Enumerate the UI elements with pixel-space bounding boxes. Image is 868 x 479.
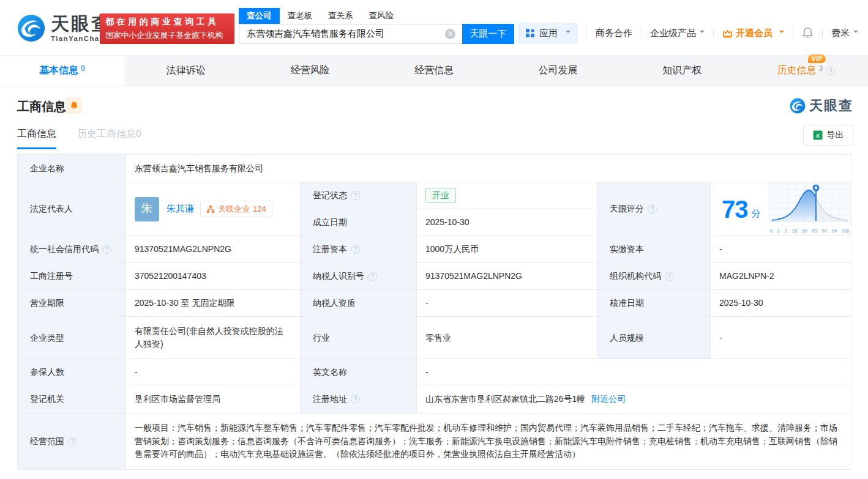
apps-label: 应用 xyxy=(539,28,558,39)
vip-badge: VIP xyxy=(808,54,826,63)
promo-line2: 国家中小企业发展子基金旗下机构 xyxy=(105,30,229,41)
field-label-staff-size: 人员规模 xyxy=(597,317,711,359)
promo-banner: 都在用的商业查询工具 国家中小企业发展子基金旗下机构 xyxy=(100,13,234,44)
tab-history-info[interactable]: 历史信息 VIP 3 xyxy=(744,56,868,86)
search-tab-risk[interactable]: 查风险 xyxy=(361,8,402,24)
subtab-business-info[interactable]: 工商信息 xyxy=(17,128,56,149)
search-input[interactable] xyxy=(239,24,462,44)
search-tab-boss[interactable]: 查老板 xyxy=(280,8,321,24)
notification-bell-icon[interactable] xyxy=(802,27,814,39)
field-label-registration-authority: 登记机关 xyxy=(18,385,126,414)
apps-menu[interactable]: 应用 xyxy=(518,23,578,44)
tab-basic-info[interactable]: 基本信息 9 xyxy=(0,56,124,86)
help-icon[interactable] xyxy=(102,245,111,254)
monitor-bell-icon xyxy=(70,101,78,110)
monitor-bell-button[interactable] xyxy=(65,97,82,114)
field-label-english-name: 英文名称 xyxy=(301,359,417,385)
field-value-company-name: 东营领吉鑫汽车销售服务有限公司 xyxy=(126,155,851,182)
legal-rep-name-link[interactable]: 朱其谦 xyxy=(166,202,194,216)
export-button[interactable]: X 导出 xyxy=(803,125,853,146)
excel-icon: X xyxy=(813,130,823,140)
tab-intellectual-property[interactable]: 知识产权 xyxy=(620,56,744,86)
field-label-approval-date: 核准日期 xyxy=(597,290,711,317)
field-value-english-name: - xyxy=(417,359,851,385)
user-menu[interactable]: 费米 xyxy=(831,28,858,39)
field-label-business-term: 营业期限 xyxy=(18,290,126,317)
related-companies-badge[interactable]: 关联企业 124 xyxy=(200,201,272,217)
field-value-registration-number: 370521200147403 xyxy=(126,263,301,290)
field-label-business-scope: 经营范围 xyxy=(18,414,126,470)
field-value-business-scope: 一般项目：汽车销售；新能源汽车整车销售；汽车零配件零售；汽车零配件批发；机动车修… xyxy=(126,414,851,470)
help-icon[interactable] xyxy=(665,272,674,281)
search-button[interactable]: 天眼一下 xyxy=(462,24,514,44)
apps-grid-icon xyxy=(525,28,535,38)
help-icon[interactable] xyxy=(351,245,360,254)
username: 费米 xyxy=(831,28,850,39)
chart-x-ticks: 0131550859799100 xyxy=(769,228,850,234)
field-label-taxpayer-id: 纳税人识别号 xyxy=(301,263,417,290)
help-icon[interactable] xyxy=(351,395,360,404)
field-value-legal-representative: 朱 朱其谦 关联企业 124 xyxy=(126,182,301,236)
tab-count: 9 xyxy=(81,64,85,73)
legal-rep-avatar[interactable]: 朱 xyxy=(135,197,159,221)
field-value-approval-date: 2025-10-30 xyxy=(711,290,851,317)
field-label-industry: 行业 xyxy=(301,317,417,359)
field-label-company-type: 企业类型 xyxy=(18,317,126,359)
field-label-tianyan-score: 天眼评分 xyxy=(597,182,711,236)
field-label-registration-number: 工商注册号 xyxy=(18,263,126,290)
watermark-logo-icon xyxy=(790,98,806,114)
company-tabbar: 基本信息 9 法律诉讼 经营风险 经营信息 公司发展 知识产权 历史信息 VIP… xyxy=(0,55,868,86)
field-value-registered-capital: 1000万人民币 xyxy=(417,236,597,263)
search-tab-company[interactable]: 查公司 xyxy=(239,8,280,24)
tianyancha-watermark: 天眼查 xyxy=(790,97,853,115)
field-value-taxpayer-quality: - xyxy=(417,290,597,317)
help-icon[interactable] xyxy=(648,204,657,214)
subtabs: 工商信息 历史工商信息0 xyxy=(17,128,141,149)
field-label-paid-in-capital: 实缴资本 xyxy=(597,236,711,263)
open-vip-menu[interactable]: 开通会员 xyxy=(722,28,784,39)
tab-operating-risk[interactable]: 经营风险 xyxy=(248,56,372,86)
tab-operating-info[interactable]: 经营信息 xyxy=(372,56,496,86)
field-value-tianyan-score: 73 分 xyxy=(711,182,851,236)
tab-legal-proceedings[interactable]: 法律诉讼 xyxy=(124,56,249,86)
field-value-organization-code: MAG2LNPN-2 xyxy=(711,263,851,290)
nearby-companies-link[interactable]: 附近公司 xyxy=(591,393,626,406)
help-icon[interactable] xyxy=(368,272,377,281)
divider xyxy=(822,29,823,38)
field-label-registered-address: 注册地址 xyxy=(301,385,417,414)
crown-icon xyxy=(722,29,733,38)
business-cooperation-link[interactable]: 商务合作 xyxy=(596,28,632,39)
help-icon[interactable] xyxy=(68,437,77,446)
field-label-registered-capital: 注册资本 xyxy=(301,236,417,263)
clear-search-icon[interactable]: ✕ xyxy=(445,29,455,39)
subtab-history-business-info[interactable]: 历史工商信息0 xyxy=(77,128,141,149)
field-label-establish-date: 成立日期 xyxy=(301,209,417,236)
svg-text:X: X xyxy=(815,132,820,139)
header-nav: 应用 商务合作 企业级产品 开通会员 费米 xyxy=(518,22,858,44)
divider xyxy=(793,29,793,38)
tab-company-development[interactable]: 公司发展 xyxy=(496,56,620,86)
divider xyxy=(713,29,714,38)
watermark-text: 天眼查 xyxy=(809,97,853,115)
field-label-company-name: 企业名称 xyxy=(18,155,126,182)
field-label-credit-code: 统一社会信用代码 xyxy=(18,236,126,263)
field-value-company-type: 有限责任公司(非自然人投资或控股的法人独资) xyxy=(126,317,301,359)
field-value-industry: 零售业 xyxy=(417,317,597,359)
enterprise-products-menu[interactable]: 企业级产品 xyxy=(650,28,705,39)
score-unit: 分 xyxy=(752,207,761,221)
top-header: 天眼查 TianYanCha.com 都在用的商业查询工具 国家中小企业发展子基… xyxy=(0,0,868,55)
field-label-insured-count: 参保人数 xyxy=(18,359,126,385)
divider xyxy=(586,29,587,38)
tianyancha-logo-icon xyxy=(17,14,45,42)
search-tab-relation[interactable]: 查关系 xyxy=(320,8,361,24)
section-title: 工商信息 xyxy=(17,98,66,115)
help-icon[interactable] xyxy=(351,191,360,200)
score-distribution-chart: 0131550859799100 xyxy=(769,183,850,234)
field-value-taxpayer-id: 91370521MAG2LNPN2G xyxy=(417,263,597,290)
help-icon[interactable] xyxy=(826,66,835,75)
field-value-credit-code: 91370521MAG2LNPN2G xyxy=(126,236,301,263)
field-value-registration-authority: 垦利区市场监督管理局 xyxy=(126,385,301,414)
field-value-establish-date: 2025-10-30 xyxy=(417,209,597,236)
status-badge: 开业 xyxy=(425,188,456,203)
divider xyxy=(641,29,642,38)
